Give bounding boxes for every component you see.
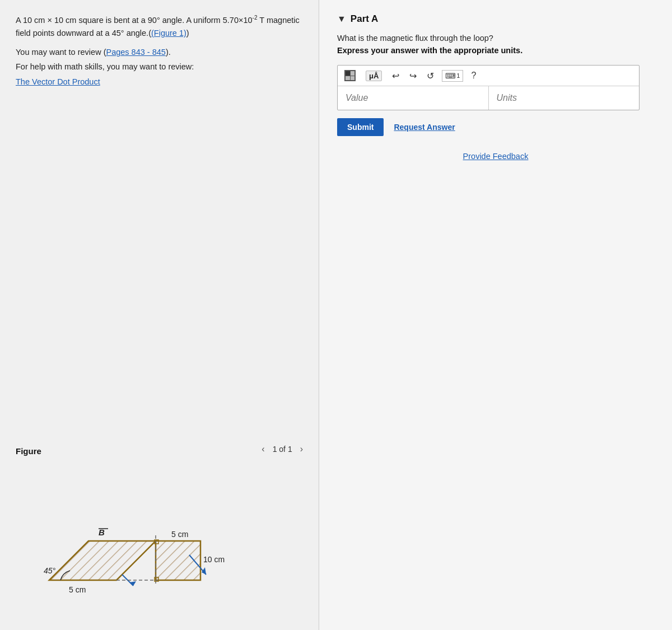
submit-button[interactable]: Submit (337, 118, 384, 136)
part-header: ▼ Part A (337, 13, 654, 25)
keyboard-icon: ⌨ (445, 72, 456, 80)
units-symbol-button[interactable]: μÅ (363, 69, 384, 82)
review-text: You may want to review (Pages 843 - 845)… (16, 48, 303, 57)
figure-section: Figure ‹ 1 of 1 › (16, 433, 303, 617)
help-text: For help with math skills, you may want … (16, 62, 303, 71)
reset-button[interactable]: ↺ (424, 69, 436, 82)
provide-feedback-button[interactable]: Provide Feedback (337, 152, 654, 161)
figure-prev-button[interactable]: ‹ (262, 444, 264, 454)
pages-link[interactable]: Pages 843 - 845 (106, 48, 165, 57)
problem-text: A 10 cm × 10 cm square is bent at a 90° … (16, 13, 303, 40)
mu-label: μÅ (366, 71, 382, 81)
figure-label: Figure (16, 446, 41, 456)
redo-button[interactable]: ↪ (407, 69, 419, 82)
undo-button[interactable]: ↩ (390, 69, 402, 82)
figure-nav: ‹ 1 of 1 › (262, 444, 303, 454)
input-row (338, 86, 639, 110)
keyboard-button[interactable]: ⌨ 1 (442, 70, 463, 82)
answer-area: μÅ ↩ ↪ ↺ ⌨ 1 ? (337, 65, 640, 110)
right-panel: ▼ Part A What is the magnetic flux throu… (319, 0, 672, 630)
figure-diagram: 45° B 5 cm (16, 460, 303, 617)
value-input[interactable] (338, 86, 489, 110)
units-input[interactable] (489, 86, 640, 110)
help-button[interactable]: ? (469, 69, 478, 82)
figure-next-button[interactable]: › (300, 444, 303, 454)
toolbar-row: μÅ ↩ ↪ ↺ ⌨ 1 ? (338, 66, 639, 86)
request-answer-button[interactable]: Request Answer (394, 123, 455, 132)
question-text: What is the magnetic flux through the lo… (337, 34, 654, 43)
part-dropdown-arrow[interactable]: ▼ (337, 14, 346, 24)
action-row: Submit Request Answer (337, 118, 654, 136)
svg-text:5 cm: 5 cm (69, 585, 86, 594)
vector-dot-product-link[interactable]: The Vector Dot Product (16, 77, 100, 86)
express-text: Express your answer with the appropriate… (337, 46, 654, 55)
figure-page: 1 of 1 (273, 445, 292, 454)
figure-link[interactable]: (Figure 1) (151, 29, 186, 38)
svg-text:45°: 45° (44, 566, 56, 575)
part-title: Part A (351, 13, 378, 25)
svg-text:10 cm: 10 cm (203, 555, 225, 564)
left-panel: A 10 cm × 10 cm square is bent at a 90° … (0, 0, 319, 630)
svg-text:5 cm: 5 cm (171, 530, 188, 539)
format-grid-button[interactable] (342, 69, 358, 82)
svg-marker-1 (49, 541, 156, 580)
